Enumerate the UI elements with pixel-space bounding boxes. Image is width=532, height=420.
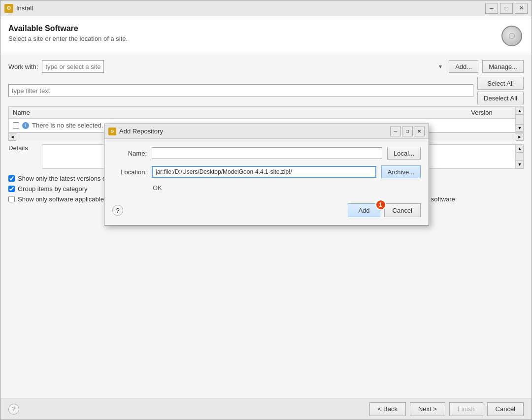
- work-with-row: Work with: type or select a site Add... …: [8, 60, 524, 73]
- modal-close-button[interactable]: ✕: [414, 127, 425, 136]
- window-icon: ⚙: [4, 4, 13, 13]
- details-scrollbar[interactable]: ▲ ▼: [515, 145, 523, 168]
- finish-button[interactable]: Finish: [449, 402, 483, 416]
- window-controls: ─ □ ✕: [485, 3, 528, 14]
- details-label: Details: [8, 144, 38, 152]
- header-section: Available Software Select a site or ente…: [0, 16, 532, 54]
- col-version-header: Version: [452, 109, 511, 116]
- info-icon: i: [22, 122, 29, 129]
- modal-cancel-button[interactable]: Cancel: [384, 203, 421, 217]
- modal-title-bar: ⚙ Add Repository ─ □ ✕: [104, 124, 429, 139]
- local-button[interactable]: Local...: [387, 147, 421, 160]
- details-scroll-up[interactable]: ▲: [516, 145, 524, 153]
- body-section: Work with: type or select a site Add... …: [0, 54, 532, 398]
- modal-location-row: Location: Archive...: [112, 165, 421, 178]
- scroll-left-btn[interactable]: ◄: [8, 133, 16, 141]
- select-deselect-buttons: Select All Deselect All: [477, 77, 524, 104]
- modal-maximize-button[interactable]: □: [402, 127, 413, 136]
- scroll-down-btn[interactable]: ▼: [516, 124, 524, 132]
- next-button[interactable]: Next >: [410, 402, 445, 416]
- details-scroll-down[interactable]: ▼: [516, 161, 524, 168]
- add-repository-dialog: ⚙ Add Repository ─ □ ✕ Name: Local...: [104, 124, 429, 226]
- back-button[interactable]: < Back: [369, 402, 406, 416]
- close-button[interactable]: ✕: [515, 3, 528, 14]
- cancel-button[interactable]: Cancel: [487, 402, 524, 416]
- manage-button[interactable]: Manage...: [482, 60, 524, 73]
- col-name-header: Name: [13, 109, 452, 116]
- page-subtitle: Select a site or enter the location of a…: [8, 35, 128, 42]
- help-button[interactable]: ?: [8, 404, 19, 415]
- group-category-label: Group items by category: [18, 185, 88, 193]
- site-select-wrapper: type or select a site: [42, 60, 445, 73]
- title-bar: ⚙ Install ─ □ ✕: [0, 0, 532, 16]
- header-text: Available Software Select a site or ente…: [8, 24, 128, 42]
- modal-location-input[interactable]: [152, 166, 376, 178]
- filter-row: Select All Deselect All: [8, 77, 524, 104]
- row-checkbox[interactable]: [13, 122, 19, 129]
- select-all-button[interactable]: Select All: [477, 77, 524, 90]
- deselect-all-button[interactable]: Deselect All: [477, 92, 524, 104]
- main-window: ⚙ Install ─ □ ✕ Available Software Selec…: [0, 0, 532, 420]
- scroll-up-btn[interactable]: ▲: [516, 107, 524, 115]
- work-with-label: Work with:: [8, 63, 38, 70]
- scroll-track[interactable]: [516, 115, 523, 124]
- modal-name-row: Name: Local...: [112, 147, 421, 160]
- modal-body: Name: Local... Location: Archive... OK: [104, 139, 429, 199]
- modal-window-icon: ⚙: [108, 128, 116, 135]
- modal-help-button[interactable]: ?: [112, 205, 123, 216]
- maximize-button[interactable]: □: [500, 3, 513, 14]
- table-header: Name Version: [9, 107, 515, 119]
- minimize-button[interactable]: ─: [485, 3, 498, 14]
- header-icon: [500, 24, 524, 48]
- modal-name-input[interactable]: [152, 147, 382, 159]
- modal-controls: ─ □ ✕: [390, 127, 425, 136]
- footer: ? < Back Next > Finish Cancel: [0, 398, 532, 420]
- page-title: Available Software: [8, 24, 128, 33]
- vertical-scrollbar[interactable]: ▲ ▼: [515, 107, 523, 132]
- modal-minimize-button[interactable]: ─: [390, 127, 401, 136]
- window-title: Install: [16, 4, 485, 12]
- show-latest-checkbox[interactable]: [8, 175, 15, 182]
- details-scroll-track[interactable]: [516, 153, 523, 161]
- modal-title: Add Repository: [119, 128, 390, 135]
- cd-disc-icon: [501, 26, 522, 46]
- add-button-badge: 1: [375, 199, 386, 210]
- site-select[interactable]: type or select a site: [42, 60, 104, 73]
- ok-status-text: OK: [112, 184, 421, 192]
- add-button-wrapper: Add 1: [348, 203, 380, 217]
- no-site-message: There is no site selected.: [32, 122, 103, 129]
- filter-input[interactable]: [8, 84, 473, 97]
- archive-button[interactable]: Archive...: [381, 165, 421, 178]
- modal-footer: ? Add 1 Cancel: [104, 199, 429, 225]
- show-applicable-checkbox[interactable]: [8, 196, 15, 202]
- modal-name-label: Name:: [112, 150, 147, 157]
- scroll-right-btn[interactable]: ►: [516, 133, 524, 141]
- group-category-checkbox[interactable]: [8, 186, 15, 192]
- modal-location-label: Location:: [112, 168, 147, 176]
- add-site-button[interactable]: Add...: [449, 60, 478, 73]
